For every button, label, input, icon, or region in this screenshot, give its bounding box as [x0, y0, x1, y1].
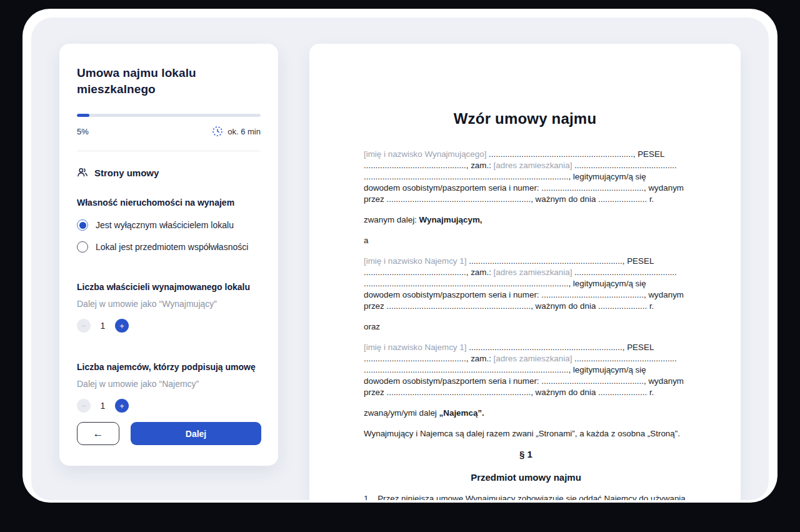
party-clause-line: [imię i nazwisko Najemcy 1] ............… [364, 342, 688, 353]
document-title: Wzór umowy najmu [309, 110, 741, 128]
owners-increment-button[interactable]: + [115, 319, 129, 333]
progress-percent: 5% [77, 127, 89, 136]
tenants-decrement-button[interactable]: − [77, 399, 91, 413]
party-clause-line: ........................................… [364, 267, 688, 278]
document-preview-card: Wzór umowy najmu [imię i nazwisko Wynajm… [309, 44, 741, 500]
party-clause-line: [imię i nazwisko Najemcy 1] ............… [364, 256, 688, 267]
document-paragraph: zwaną/ym/ymi dalej „Najemcą”. [364, 408, 688, 419]
party-clause-line: [imię i nazwisko Wynajmującego] ........… [364, 149, 688, 160]
party-clause-line: ........................................… [364, 160, 688, 171]
section-title: Strony umowy [94, 168, 159, 178]
document-section-heading: Przedmiot umowy najmu [364, 472, 688, 483]
time-estimate-label: ok. 6 min [228, 127, 261, 136]
party-clause-line: dowodem osobistym/paszportem seria i num… [364, 289, 688, 301]
tenants-increment-button[interactable]: + [115, 399, 129, 413]
app-frame: Umowa najmu lokalu mieszkalnego 5% ok. 6… [22, 9, 778, 503]
party-clause-line: przez ..................................… [364, 387, 688, 398]
ownership-options: Jest wyłącznym właścicielem lokaluLokal … [77, 219, 261, 253]
radio-option-label: Lokal jest przedmiotem współwłasności [96, 242, 248, 252]
document-body: [imię i nazwisko Wynajmującego] ........… [364, 149, 688, 500]
progress-bar-fill [77, 114, 89, 117]
owners-stepper: − 1 + [77, 319, 261, 333]
item-text: Przez niniejszą umowę Wynajmujący zobowi… [378, 493, 686, 500]
tenants-stepper: − 1 + [77, 399, 261, 413]
tenants-counter-label: Liczba najemców, którzy podpisują umowę [77, 361, 261, 373]
party-clause-line: ........................................… [364, 353, 688, 364]
document-section-heading: § 1 [364, 449, 688, 460]
party-clause-line: dowodem osobistym/paszportem seria i num… [364, 183, 688, 194]
document-numbered-item: 1.Przez niniejszą umowę Wynajmujący zobo… [364, 493, 688, 500]
radio-option[interactable]: Lokal jest przedmiotem współwłasności [77, 241, 261, 253]
progress-stats: 5% ok. 6 min [77, 126, 261, 137]
ownership-question-label: Własność nieruchomości na wynajem [77, 197, 261, 209]
progress-bar [77, 114, 261, 117]
tenants-count-value: 1 [100, 401, 106, 411]
clock-icon [212, 126, 223, 137]
divider [77, 151, 261, 151]
document-paragraph: a [364, 235, 688, 246]
party-clause-line: ........................................… [364, 171, 688, 183]
owners-counter-label: Liczba właścicieli wynajmowanego lokalu [77, 281, 261, 293]
owners-counter-hint: Dalej w umowie jako “Wynajmujący” [77, 299, 261, 309]
next-button[interactable]: Dalej [131, 422, 261, 445]
radio-unselected-icon[interactable] [77, 241, 88, 253]
party-clause-line: ........................................… [364, 364, 688, 376]
party-clause: [imię i nazwisko Wynajmującego] ........… [364, 149, 688, 205]
item-number: 1. [364, 493, 371, 500]
form-title: Umowa najmu lokalu mieszkalnego [77, 65, 261, 98]
party-clause-line: przez ..................................… [364, 301, 688, 312]
document-paragraph: Wynajmujący i Najemca są dalej razem zwa… [364, 428, 688, 439]
owners-count-value: 1 [100, 321, 106, 331]
radio-selected-icon[interactable] [77, 219, 88, 231]
party-clause-line: ........................................… [364, 278, 688, 289]
section-header: Strony umowy [77, 167, 261, 178]
form-sidebar-card: Umowa najmu lokalu mieszkalnego 5% ok. 6… [59, 44, 278, 466]
app-interior: Umowa najmu lokalu mieszkalnego 5% ok. 6… [31, 18, 769, 500]
radio-option-label: Jest wyłącznym właścicielem lokalu [96, 220, 234, 230]
party-clause-line: dowodem osobistym/paszportem seria i num… [364, 376, 688, 387]
form-footer: ← Dalej [77, 422, 261, 445]
document-paragraph: zwanym dalej: Wynajmującym, [364, 214, 688, 226]
tenants-counter-hint: Dalej w umowie jako “Najemcy” [77, 379, 261, 389]
owners-decrement-button[interactable]: − [77, 319, 91, 333]
party-clause: [imię i nazwisko Najemcy 1] ............… [364, 342, 688, 398]
party-clause: [imię i nazwisko Najemcy 1] ............… [364, 256, 688, 312]
radio-option[interactable]: Jest wyłącznym właścicielem lokalu [77, 219, 261, 231]
party-clause-line: przez ..................................… [364, 194, 688, 205]
document-paragraph: oraz [364, 321, 688, 333]
users-icon [77, 167, 88, 178]
back-button[interactable]: ← [77, 422, 119, 445]
time-estimate: ok. 6 min [212, 126, 261, 137]
